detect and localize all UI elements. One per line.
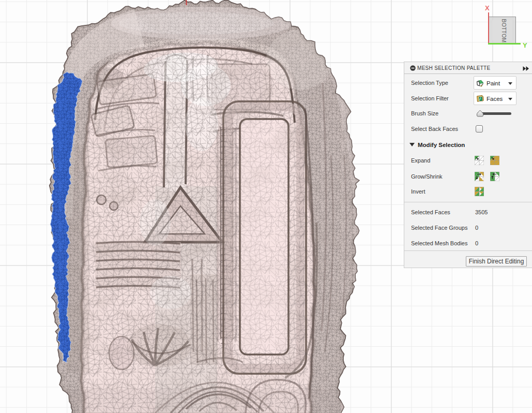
svg-text:X: X bbox=[485, 4, 490, 12]
svg-text:Y: Y bbox=[523, 41, 527, 49]
svg-text:BOTTOM: BOTTOM bbox=[501, 19, 507, 43]
